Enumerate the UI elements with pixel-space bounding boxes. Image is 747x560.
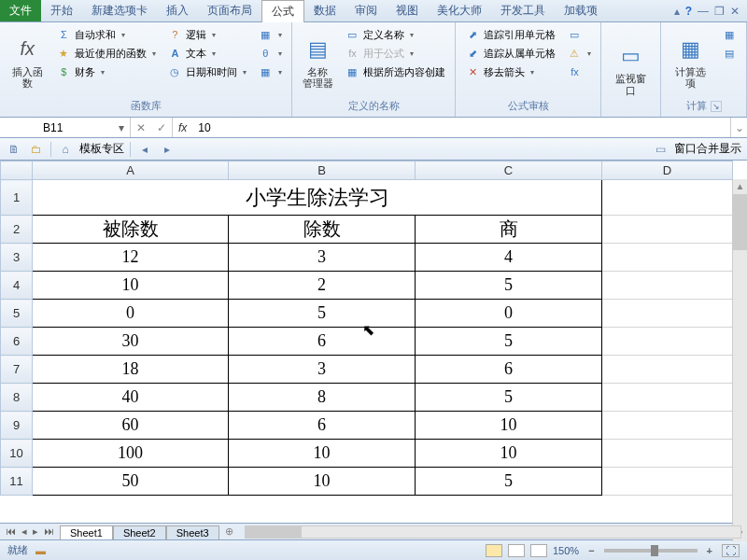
calc-sheet-button[interactable]: ▤ [718, 45, 740, 62]
fx-icon[interactable]: fx [173, 118, 192, 137]
cell-C11[interactable]: 5 [416, 468, 602, 496]
vertical-scrollbar[interactable]: ▲ ▼ [732, 179, 747, 541]
cell-A10[interactable]: 100 [33, 440, 229, 468]
sheet-tab-1[interactable]: Sheet1 [60, 525, 113, 539]
scroll-thumb-h[interactable] [246, 526, 302, 538]
cell-A3[interactable]: 12 [33, 244, 229, 272]
name-box-input[interactable] [43, 121, 119, 134]
accept-formula-icon[interactable]: ✓ [151, 121, 172, 134]
autosum-button[interactable]: Σ自动求和▾ [52, 26, 160, 43]
zoom-out-button[interactable]: − [585, 545, 598, 556]
logical-button[interactable]: ?逻辑▾ [163, 26, 250, 43]
cell-A5[interactable]: 0 [33, 300, 229, 328]
row-header-1[interactable]: 1 [1, 180, 33, 216]
cell-D10[interactable] [602, 440, 733, 468]
col-header-B[interactable]: B [229, 161, 416, 180]
cell-D1[interactable] [602, 180, 733, 216]
cell-A6[interactable]: 30 [33, 328, 229, 356]
cell-D7[interactable] [602, 356, 733, 384]
sheet-tab-3[interactable]: Sheet3 [166, 525, 219, 539]
zoom-level[interactable]: 150% [553, 545, 579, 556]
collapse-ribbon-icon[interactable]: ▴ [674, 5, 680, 18]
menu-page-layout[interactable]: 页面布局 [198, 0, 261, 21]
menu-developer[interactable]: 开发工具 [491, 0, 555, 21]
row-header-7[interactable]: 7 [1, 356, 33, 384]
tab-nav-prev-icon[interactable]: ◂ [20, 525, 29, 538]
cell-B5[interactable]: 5 [229, 300, 416, 328]
show-formulas-button[interactable]: ▭ [563, 26, 595, 43]
scroll-thumb-v[interactable] [733, 194, 747, 250]
use-in-formula-button[interactable]: fx用于公式▾ [341, 45, 449, 62]
more-fn-3-button[interactable]: ▦▾ [254, 63, 286, 80]
window-merge-button[interactable]: 窗口合并显示 [674, 141, 741, 157]
cell-C4[interactable]: 5 [416, 272, 602, 300]
cell-D6[interactable] [602, 328, 733, 356]
row-header-6[interactable]: 6 [1, 328, 33, 356]
row-header-10[interactable]: 10 [1, 440, 33, 468]
cell-C3[interactable]: 4 [416, 244, 602, 272]
create-from-selection-button[interactable]: ▦根据所选内容创建 [341, 63, 449, 80]
more-fn-2-button[interactable]: θ▾ [254, 45, 286, 62]
calc-options-button[interactable]: ▦ 计算选项 [667, 26, 714, 97]
menu-new-tab[interactable]: 新建选项卡 [82, 0, 157, 21]
row-header-8[interactable]: 8 [1, 384, 33, 412]
close-window-icon[interactable]: ✕ [730, 5, 740, 18]
zoom-slider[interactable] [604, 549, 698, 553]
minimize-window-icon[interactable]: — [698, 5, 709, 18]
cell-D8[interactable] [602, 384, 733, 412]
template-zone-button[interactable]: 模板专区 [79, 141, 124, 157]
trace-precedents-button[interactable]: ⬈追踪引用单元格 [461, 26, 559, 43]
error-check-button[interactable]: ⚠▾ [563, 45, 595, 62]
recent-functions-button[interactable]: ★最近使用的函数▾ [52, 45, 160, 62]
cell-C8[interactable]: 5 [416, 384, 602, 412]
horizontal-scrollbar[interactable] [245, 525, 741, 539]
cell-D11[interactable] [602, 468, 733, 496]
financial-button[interactable]: $财务▾ [52, 63, 160, 80]
cell-B11[interactable]: 10 [229, 468, 416, 496]
scroll-up-icon[interactable]: ▲ [733, 179, 747, 194]
tab-nav-first-icon[interactable]: ⏮ [4, 525, 18, 538]
select-all-corner[interactable] [1, 161, 33, 180]
menu-file[interactable]: 文件 [0, 0, 41, 21]
watch-window-button[interactable]: ▭ 监视窗口 [607, 26, 655, 111]
cell-A4[interactable]: 10 [33, 272, 229, 300]
home-icon[interactable]: ⌂ [57, 141, 74, 158]
zoom-in-button[interactable]: + [703, 545, 716, 556]
menu-insert[interactable]: 插入 [157, 0, 198, 21]
menu-view[interactable]: 视图 [387, 0, 428, 21]
define-name-button[interactable]: ▭定义名称▾ [341, 26, 449, 43]
cell-C9[interactable]: 10 [416, 412, 602, 440]
row-header-3[interactable]: 3 [1, 244, 33, 272]
cell-A8[interactable]: 40 [33, 384, 229, 412]
window-merge-icon[interactable]: ▭ [652, 141, 669, 158]
remove-arrows-button[interactable]: ✕移去箭头▾ [461, 63, 559, 80]
restore-window-icon[interactable]: ❐ [714, 5, 725, 18]
cell-C6[interactable]: 5 [416, 328, 602, 356]
zoom-slider-thumb[interactable] [651, 545, 658, 556]
menu-beautify[interactable]: 美化大师 [428, 0, 491, 21]
cancel-formula-icon[interactable]: ✕ [131, 121, 151, 134]
menu-review[interactable]: 审阅 [345, 0, 387, 21]
fullscreen-icon[interactable]: ⛶ [722, 544, 740, 557]
calc-now-button[interactable]: ▦ [718, 26, 740, 43]
cell-A2[interactable]: 被除数 [33, 216, 229, 244]
trace-dependents-button[interactable]: ⬋追踪从属单元格 [461, 45, 559, 62]
tab-nav-next-icon[interactable]: ▸ [31, 525, 40, 538]
row-header-4[interactable]: 4 [1, 272, 33, 300]
cell-A7[interactable]: 18 [33, 356, 229, 384]
tab-nav-last-icon[interactable]: ⏭ [42, 525, 56, 538]
cell-B8[interactable]: 8 [229, 384, 416, 412]
cell-D2[interactable] [602, 216, 733, 244]
col-header-D[interactable]: D [602, 161, 733, 180]
calc-dialog-launcher[interactable]: ↘ [711, 101, 722, 112]
page-layout-view-button[interactable] [508, 544, 525, 557]
cell-B7[interactable]: 3 [229, 356, 416, 384]
more-fn-1-button[interactable]: ▦▾ [254, 26, 286, 43]
cell-C7[interactable]: 6 [416, 356, 602, 384]
nav-back-icon[interactable]: ◂ [136, 141, 153, 158]
cell-D9[interactable] [602, 412, 733, 440]
help-icon[interactable]: ? [685, 5, 692, 18]
row-header-5[interactable]: 5 [1, 300, 33, 328]
cell-A9[interactable]: 60 [33, 412, 229, 440]
col-header-C[interactable]: C [416, 161, 602, 180]
